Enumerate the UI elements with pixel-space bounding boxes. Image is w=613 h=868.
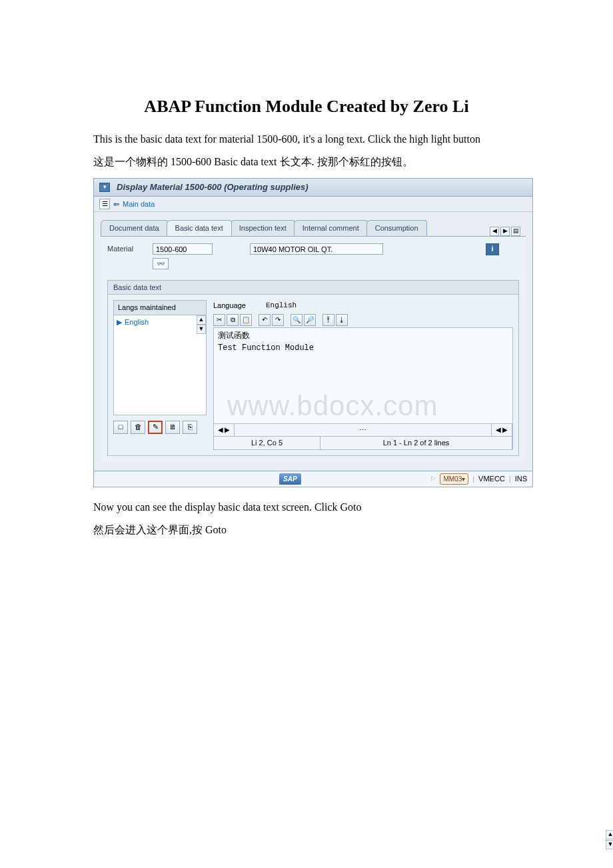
lang-item-english[interactable]: ▶ English: [114, 315, 206, 329]
find-icon[interactable]: 🔍: [291, 314, 303, 326]
glasses-icon[interactable]: 👓: [153, 258, 169, 269]
hscroll-left-icon[interactable]: ◀: [218, 425, 223, 436]
langs-panel: Langs maintained ▶ English ▲ ▼ ▲ ▼: [113, 300, 207, 450]
editor-position-bar: Li 2, Co 5 Ln 1 - Ln 2 of 2 lines: [213, 437, 513, 450]
tab-document-data[interactable]: Document data: [101, 220, 168, 236]
editor-statusbar: ◀ ▶ ⋯ ◀ ▶: [213, 424, 513, 437]
tab-list-icon[interactable]: ▤: [511, 227, 520, 236]
info-highlight-button[interactable]: i: [486, 243, 499, 255]
section-basic-data-text: Basic data text: [107, 280, 519, 295]
language-label: Language: [213, 300, 246, 311]
intro-paragraph-zh: 这是一个物料的 1500-600 Basic data text 长文本. 按那…: [60, 154, 553, 170]
langs-scroll-up-icon[interactable]: ▲: [197, 315, 206, 325]
tab-consumption[interactable]: Consumption: [366, 220, 427, 236]
editor-highlight-button[interactable]: ✎: [148, 421, 163, 434]
tab-internal-comment[interactable]: Internal comment: [294, 220, 368, 236]
material-field-row: Material i: [107, 243, 519, 255]
tab-scroll-right-icon[interactable]: ▶: [500, 227, 510, 236]
session-name: VMECC: [478, 473, 505, 485]
undo-icon[interactable]: ↶: [259, 314, 271, 326]
sap-titlebar: ▾ Display Material 1500-600 (Operating s…: [94, 179, 532, 197]
hscroll-right2-icon[interactable]: ▶: [502, 425, 508, 436]
app-toolbar: ☰ ⇐ Main data: [94, 197, 532, 213]
langs-list: ▶ English ▲ ▼: [113, 315, 207, 415]
save-icon[interactable]: ⭳: [336, 314, 348, 326]
back-arrow-icon[interactable]: ⇐: [113, 199, 119, 210]
load-icon[interactable]: ⭱: [322, 314, 334, 326]
triangle-right-icon: ▶: [117, 317, 122, 328]
material-desc-input[interactable]: [250, 243, 383, 255]
editor-grip: ⋯: [235, 424, 492, 437]
langs-header: Langs maintained: [113, 300, 207, 315]
main-data-link[interactable]: Main data: [123, 199, 155, 210]
cursor-position: Li 2, Co 5: [214, 437, 320, 449]
sap-logo-icon: SAP: [279, 473, 301, 485]
tcode-badge[interactable]: MM03▾: [440, 473, 468, 485]
hscroll-right-icon[interactable]: ▶: [225, 425, 230, 436]
tab-nav: ◀ ▶ ▤: [490, 227, 526, 236]
insert-mode: INS: [515, 473, 527, 485]
window-title: Display Material 1500-600 (Operating sup…: [117, 181, 308, 194]
page-title: ABAP Function Module Created by Zero Li: [60, 93, 553, 119]
editor-textarea[interactable]: 测试函数 Test Function Module www.bdocx.com: [213, 327, 513, 424]
doc-button[interactable]: 🗎: [165, 421, 180, 434]
material-label: Material: [107, 243, 147, 255]
sap-statusbar: SAP ▷ MM03▾ | VMECC | INS: [94, 471, 532, 487]
copy-icon[interactable]: ⧉: [227, 314, 239, 326]
tab-scroll-left-icon[interactable]: ◀: [490, 227, 499, 236]
outro-paragraph-en: Now you can see the display basic data t…: [60, 499, 553, 515]
basic-data-text-body: Langs maintained ▶ English ▲ ▼ ▲ ▼: [107, 295, 519, 456]
intro-paragraph-en: This is the basic data text for material…: [60, 131, 553, 147]
toolbar-button-1[interactable]: ☰: [99, 199, 110, 209]
paste-icon[interactable]: 📋: [240, 314, 252, 326]
tab-basic-data-text[interactable]: Basic data text: [167, 220, 232, 236]
langs-bottom-toolbar: □ 🗑 ✎ 🗎 ⎘: [113, 421, 207, 434]
line-range: Ln 1 - Ln 2 of 2 lines: [320, 437, 512, 449]
language-value: English: [266, 300, 297, 311]
find-next-icon[interactable]: 🔎: [304, 314, 316, 326]
status-play-icon[interactable]: ▷: [431, 474, 436, 483]
editor-line-2: Test Function Module: [218, 342, 508, 354]
dropdown-icon: ▾: [462, 475, 465, 483]
watermark: www.bdocx.com: [227, 385, 438, 427]
editor-line-1: 测试函数: [218, 330, 508, 342]
editor-panel: Language English ✂ ⧉ 📋 ↶ ↷ 🔍 🔎 ⭱ ⭳: [213, 300, 513, 450]
page-button[interactable]: ⎘: [183, 421, 197, 434]
langs-scroll-down-icon[interactable]: ▼: [197, 325, 206, 334]
sap-window: ▾ Display Material 1500-600 (Operating s…: [93, 178, 533, 487]
hscroll-left2-icon[interactable]: ◀: [496, 425, 501, 436]
outro-paragraph-zh: 然后会进入这个界面,按 Goto: [60, 522, 553, 538]
glasses-row: 👓: [107, 258, 519, 269]
tab-body: Material i 👓 Basic data text Langs maint…: [101, 236, 526, 461]
redo-icon[interactable]: ↷: [272, 314, 284, 326]
tab-inspection-text[interactable]: Inspection text: [231, 220, 295, 236]
window-menu-icon[interactable]: ▾: [99, 183, 110, 192]
delete-button[interactable]: 🗑: [131, 421, 145, 434]
lang-item-label: English: [125, 317, 149, 328]
material-input[interactable]: [153, 243, 213, 255]
tabstrip: Document data Basic data text Inspection…: [94, 212, 532, 236]
cut-icon[interactable]: ✂: [213, 314, 225, 326]
editor-toolbar: ✂ ⧉ 📋 ↶ ↷ 🔍 🔎 ⭱ ⭳: [213, 314, 513, 326]
new-button[interactable]: □: [113, 421, 128, 434]
